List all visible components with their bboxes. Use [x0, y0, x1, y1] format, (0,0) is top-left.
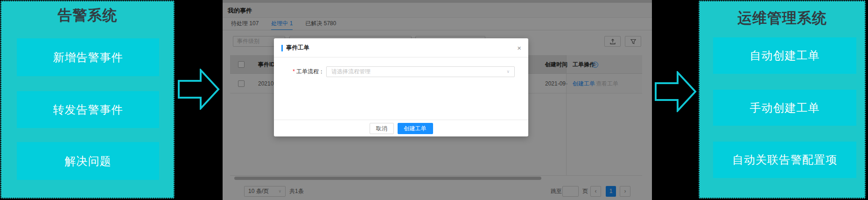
alert-step-forward-event: 转发告警事件 [17, 91, 159, 128]
ops-system-panel: 运维管理系统 自动创建工单 手动创建工单 自动关联告警配置项 [699, 0, 866, 199]
ticket-flow-select[interactable]: 请选择流程管理 ∨ [326, 66, 515, 77]
ticket-flow-label-text: 工单流程： [296, 68, 324, 75]
alert-step-new-event: 新增告警事件 [17, 38, 159, 76]
flow-diagram: 告警系统 新增告警事件 转发告警事件 解决问题 我的事件 待处理 107 处理中… [0, 0, 868, 200]
alert-system-title: 告警系统 [1, 1, 174, 25]
arrow-right-icon [654, 71, 697, 112]
modal-title: 事件工单 [286, 38, 309, 57]
ticket-flow-label: *工单流程： [274, 66, 324, 77]
alert-system-panel: 告警系统 新增告警事件 转发告警事件 解决问题 [0, 0, 175, 199]
arrow-right-icon [177, 69, 220, 110]
alert-step-resolve: 解决问题 [17, 142, 159, 180]
cancel-button[interactable]: 取消 [370, 123, 394, 134]
ops-step-manual-create: 手动创建工单 [713, 90, 856, 126]
close-icon[interactable]: × [517, 38, 521, 57]
ops-system-title: 运维管理系统 [700, 1, 865, 28]
create-ticket-button[interactable]: 创建工单 [398, 123, 433, 134]
ops-step-auto-create: 自动创建工单 [713, 37, 856, 74]
event-ticket-modal: 事件工单 × *工单流程： 请选择流程管理 ∨ 取消 创建工单 [274, 38, 528, 136]
ticket-flow-placeholder: 请选择流程管理 [331, 68, 371, 75]
chevron-down-icon: ∨ [506, 67, 510, 77]
ops-step-auto-associate: 自动关联告警配置项 [713, 142, 856, 178]
modal-footer: 取消 创建工单 [274, 120, 528, 136]
my-events-app-window: 我的事件 待处理 107 处理中 1 已解决 5780 事件级别 事件ID 创建… [223, 0, 652, 200]
modal-title-accent-bar [281, 45, 283, 51]
required-mark: * [293, 68, 295, 75]
modal-header: 事件工单 × [274, 38, 528, 57]
